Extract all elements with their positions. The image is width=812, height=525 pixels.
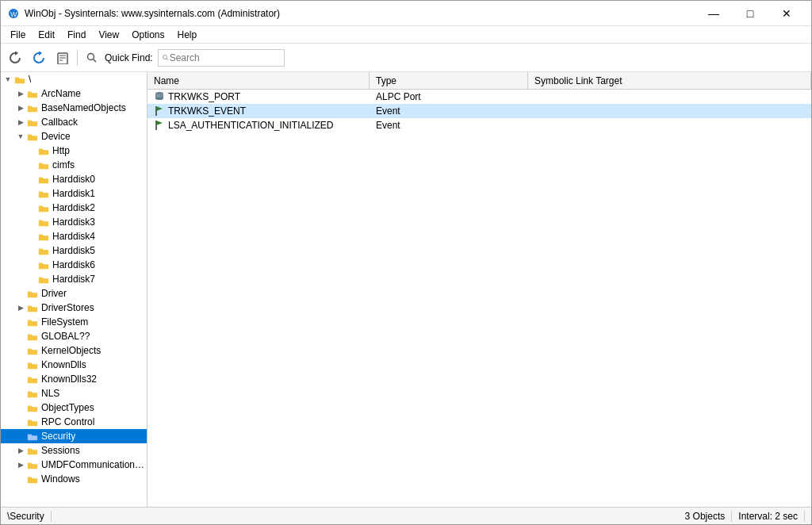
hd0-icon (37, 173, 50, 186)
main-area: ▼ \ ▶ ArcName ▶ (1, 72, 811, 507)
menu-item-view[interactable]: View (92, 28, 125, 42)
sidebar-item-nls[interactable]: ▶ NLS (1, 386, 147, 400)
menu-item-options[interactable]: Options (125, 28, 170, 42)
sidebar-item-harddisk0[interactable]: ▶ Harddisk0 (1, 172, 147, 186)
properties-icon (56, 52, 69, 64)
callback-folder-icon (26, 116, 39, 128)
sidebar-item-callback[interactable]: ▶ Callback (1, 115, 147, 129)
sidebar-item-http[interactable]: ▶ Http (1, 144, 147, 158)
sidebar-item-cimfs[interactable]: ▶ cimfs (1, 158, 147, 172)
cimfs-folder-icon (37, 159, 50, 171)
sidebar-item-knowndlls[interactable]: ▶ KnownDlls (1, 358, 147, 372)
sidebar-item-security[interactable]: ▶ Security (1, 429, 147, 443)
table-row[interactable]: □ TRKWKS_PORT ALPC Port (147, 90, 811, 104)
sidebar-item-driverstores[interactable]: ▶ DriverStores (1, 301, 147, 315)
hd1-label: Harddisk1 (52, 188, 95, 199)
sidebar-item-knowndlls32[interactable]: ▶ KnownDlls32 (1, 372, 147, 386)
cell-type-0: ALPC Port (370, 91, 528, 102)
status-bar: \Security 3 Objects Interval: 2 sec (1, 507, 811, 524)
flag-green-icon (154, 105, 165, 117)
port-icon: □ (154, 91, 165, 102)
sidebar-item-driver[interactable]: ▶ Driver (1, 286, 147, 301)
col-header-name[interactable]: Name (147, 72, 370, 89)
sessions-label: Sessions (41, 445, 80, 456)
cell-type-1: Event (370, 105, 528, 117)
hd2-icon (37, 201, 50, 214)
kernelobj-label: KernelObjects (41, 345, 101, 356)
table-row[interactable]: LSA_AUTHENTICATION_INITIALIZED Event (147, 118, 811, 132)
refresh-button[interactable] (4, 47, 26, 69)
sidebar-item-root[interactable]: ▼ \ (1, 72, 147, 86)
flag-green-icon-2 (154, 120, 165, 131)
col-header-type[interactable]: Type (370, 72, 528, 89)
sidebar-item-umdf[interactable]: ▶ UMDFCommunicationPorts (1, 458, 147, 472)
sidebar-item-harddisk5[interactable]: ▶ Harddisk5 (1, 243, 147, 258)
properties-button[interactable] (52, 47, 74, 69)
sidebar-item-objecttypes[interactable]: ▶ ObjectTypes (1, 400, 147, 415)
rpcctrl-label: RPC Control (41, 416, 94, 427)
maximize-button[interactable]: □ (732, 1, 768, 26)
nls-label: NLS (41, 388, 59, 399)
device-folder-icon (26, 130, 39, 143)
svg-marker-17 (156, 121, 163, 125)
umdf-label: UMDFCommunicationPorts (41, 459, 147, 470)
root-expander: ▼ (2, 74, 13, 85)
sidebar-item-windows[interactable]: ▶ Windows (1, 472, 147, 486)
cell-name-1: TRKWKS_EVENT (147, 105, 370, 117)
minimize-button[interactable]: — (695, 1, 732, 26)
auto-refresh-icon (33, 52, 45, 64)
sidebar-item-harddisk1[interactable]: ▶ Harddisk1 (1, 186, 147, 201)
status-path: \Security (7, 511, 52, 522)
svg-marker-15 (156, 106, 163, 111)
sidebar-item-harddisk6[interactable]: ▶ Harddisk6 (1, 258, 147, 272)
sidebar-item-rpccontrol[interactable]: ▶ RPC Control (1, 415, 147, 429)
cell-name-0: □ TRKWKS_PORT (147, 91, 370, 102)
svg-point-8 (163, 55, 167, 59)
search-button[interactable] (81, 47, 103, 69)
driverstores-expander: ▶ (15, 302, 26, 313)
auto-refresh-button[interactable] (28, 47, 50, 69)
sidebar-item-harddisk4[interactable]: ▶ Harddisk4 (1, 229, 147, 243)
filesystem-icon (26, 316, 39, 328)
hd2-label: Harddisk2 (52, 202, 95, 213)
svg-point-6 (88, 53, 94, 59)
knowndlls32-icon (26, 373, 39, 385)
sidebar-item-sessions[interactable]: ▶ Sessions (1, 443, 147, 458)
hd5-icon (37, 244, 50, 257)
menu-item-find[interactable]: Find (61, 28, 92, 42)
sidebar-item-harddisk3[interactable]: ▶ Harddisk3 (1, 215, 147, 229)
hd6-icon (37, 259, 50, 271)
sidebar-item-harddisk2[interactable]: ▶ Harddisk2 (1, 201, 147, 215)
col-header-symlink[interactable]: Symbolic Link Target (528, 72, 811, 89)
hd3-label: Harddisk3 (52, 217, 95, 228)
device-expander: ▼ (15, 131, 26, 142)
sidebar-item-global[interactable]: ▶ GLOBAL?? (1, 329, 147, 343)
sidebar-item-device[interactable]: ▼ Device (1, 129, 147, 144)
global-label: GLOBAL?? (41, 331, 90, 342)
menu-item-help[interactable]: Help (171, 28, 204, 42)
close-button[interactable]: ✕ (768, 1, 805, 26)
table-row[interactable]: TRKWKS_EVENT Event (147, 104, 811, 118)
sidebar-item-harddisk7[interactable]: ▶ Harddisk7 (1, 272, 147, 286)
arcname-folder-icon (26, 87, 39, 100)
quick-find-label: Quick Find: (105, 52, 153, 63)
menu-item-edit[interactable]: Edit (32, 28, 61, 42)
sessions-expander: ▶ (15, 445, 26, 456)
sidebar-item-basenames[interactable]: ▶ BaseNamedObjects (1, 101, 147, 115)
umdf-icon (26, 458, 39, 471)
svg-line-9 (167, 58, 168, 59)
sidebar-item-kernelobjects[interactable]: ▶ KernelObjects (1, 343, 147, 358)
toolbar: Quick Find: (1, 44, 811, 72)
cell-type-2: Event (370, 120, 528, 131)
windows-icon (26, 473, 39, 485)
hd4-label: Harddisk4 (52, 231, 95, 242)
sidebar-item-filesystem[interactable]: ▶ FileSystem (1, 315, 147, 329)
status-objects: 3 Objects (679, 511, 733, 522)
search-input[interactable] (170, 52, 281, 63)
knowndlls-label: KnownDlls (41, 359, 86, 370)
title-bar-controls: — □ ✕ (695, 1, 805, 26)
sidebar-item-arcname[interactable]: ▶ ArcName (1, 86, 147, 101)
hd7-label: Harddisk7 (52, 274, 95, 285)
menu-item-file[interactable]: File (4, 28, 32, 42)
svg-rect-2 (58, 53, 67, 64)
